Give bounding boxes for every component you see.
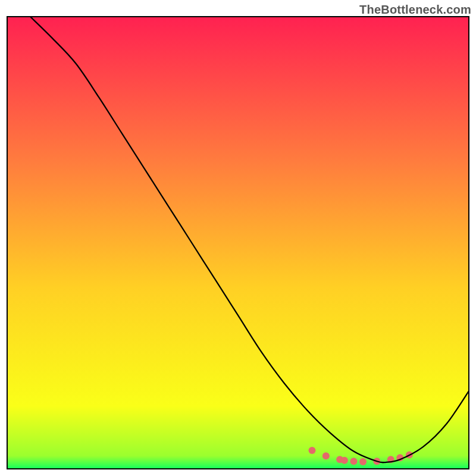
- marker-dot: [350, 458, 358, 465]
- marker-dot: [308, 447, 315, 454]
- gradient-background: [7, 16, 469, 469]
- marker-dot: [341, 457, 348, 464]
- watermark-text: TheBottleneck.com: [359, 3, 471, 17]
- plot-svg: [7, 16, 469, 469]
- chart-stage: TheBottleneck.com: [0, 0, 476, 476]
- marker-dot: [322, 452, 330, 459]
- marker-dot: [359, 458, 367, 465]
- plot-area: [7, 16, 469, 469]
